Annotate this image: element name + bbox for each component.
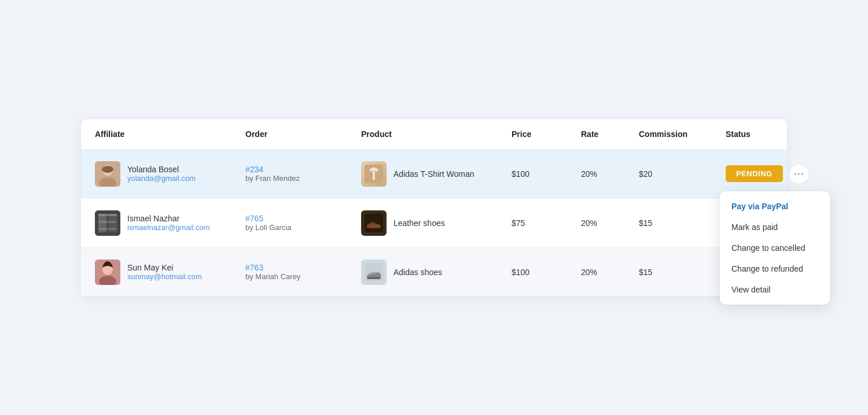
avatar (95, 210, 120, 236)
product-name: Leather shoes (393, 218, 445, 228)
price-cell: $100 (512, 169, 581, 179)
dropdown-item-refund[interactable]: Change to refunded (720, 258, 830, 279)
order-cell: #763 by Mariah Carey (245, 263, 361, 281)
product-cell: Adidas T-Shirt Woman (361, 161, 512, 187)
affiliate-cell: Sun May Kei sunmay@hotmail.com (95, 260, 245, 285)
affiliate-name: Yolanda Bosel (127, 165, 196, 174)
svg-rect-10 (98, 221, 117, 223)
affiliate-info: Ismael Nazhar ismaelnazar@gmail.com (127, 214, 210, 232)
rate-cell: 20% (581, 218, 639, 228)
order-by: by Mariah Carey (245, 272, 361, 281)
affiliate-email: sunmay@hotmail.com (127, 272, 202, 281)
price-cell: $75 (512, 218, 581, 228)
status-cell: PENDING ··· Pay via PayPal Mark as paid … (726, 164, 818, 184)
commission-cell: $15 (639, 268, 726, 277)
product-thumbnail (361, 210, 387, 236)
col-status: Status (726, 129, 818, 139)
col-commission: Commission (639, 129, 726, 139)
commission-cell: $20 (639, 169, 726, 179)
svg-point-4 (102, 166, 113, 173)
affiliate-cell: Yolanda Bosel yolanda@gmail.com (95, 161, 245, 187)
col-price: Price (512, 129, 581, 139)
affiliate-email: yolanda@gmail.com (127, 174, 196, 183)
svg-rect-17 (367, 277, 381, 279)
order-cell: #765 by Loli Garcia (245, 214, 361, 232)
rate-cell: 20% (581, 268, 639, 277)
rate-cell: 20% (581, 169, 639, 179)
table-header: Affiliate Order Product Price Rate Commi… (81, 119, 787, 150)
order-by: by Fran Mendez (245, 174, 361, 183)
col-rate: Rate (581, 129, 639, 139)
svg-rect-11 (98, 228, 117, 230)
table-row: Ismael Nazhar ismaelnazar@gmail.com #765… (81, 198, 787, 247)
col-order: Order (245, 129, 361, 139)
product-thumbnail (361, 161, 387, 187)
commission-cell: $15 (639, 218, 726, 228)
affiliate-name: Sun May Kei (127, 263, 202, 272)
product-name: Adidas T-Shirt Woman (393, 169, 475, 179)
table-row: Yolanda Bosel yolanda@gmail.com #234 by … (81, 150, 787, 198)
order-number[interactable]: #763 (245, 263, 361, 272)
price-cell: $100 (512, 268, 581, 277)
product-name: Adidas shoes (393, 268, 442, 277)
dropdown-item-paypal[interactable]: Pay via PayPal (720, 196, 830, 217)
affiliate-cell: Ismael Nazhar ismaelnazar@gmail.com (95, 210, 245, 236)
dropdown-item-cancel[interactable]: Change to cancelled (720, 238, 830, 258)
order-number[interactable]: #234 (245, 165, 361, 174)
order-cell: #234 by Fran Mendez (245, 165, 361, 183)
col-product: Product (361, 129, 512, 139)
pending-button[interactable]: PENDING (726, 165, 783, 182)
order-by: by Loli Garcia (245, 223, 361, 232)
affiliate-email: ismaelnazar@gmail.com (127, 223, 210, 232)
col-affiliate: Affiliate (95, 129, 245, 139)
product-thumbnail (361, 260, 387, 285)
table-row: Sun May Kei sunmay@hotmail.com #763 by M… (81, 247, 787, 297)
affiliate-info: Sun May Kei sunmay@hotmail.com (127, 263, 202, 281)
more-options-button[interactable]: ··· (789, 164, 810, 184)
dots-icon: ··· (794, 168, 804, 180)
avatar (95, 260, 120, 285)
order-number[interactable]: #765 (245, 214, 361, 223)
affiliate-table: Affiliate Order Product Price Rate Commi… (81, 119, 787, 297)
affiliate-info: Yolanda Bosel yolanda@gmail.com (127, 165, 196, 183)
product-cell: Leather shoes (361, 210, 512, 236)
svg-rect-9 (98, 214, 117, 216)
dropdown-menu: Pay via PayPal Mark as paid Change to ca… (720, 191, 830, 305)
dropdown-item-view[interactable]: View detail (720, 279, 830, 300)
dropdown-item-mark-paid[interactable]: Mark as paid (720, 217, 830, 238)
avatar (95, 161, 120, 187)
product-cell: Adidas shoes (361, 260, 512, 285)
affiliate-name: Ismael Nazhar (127, 214, 210, 223)
